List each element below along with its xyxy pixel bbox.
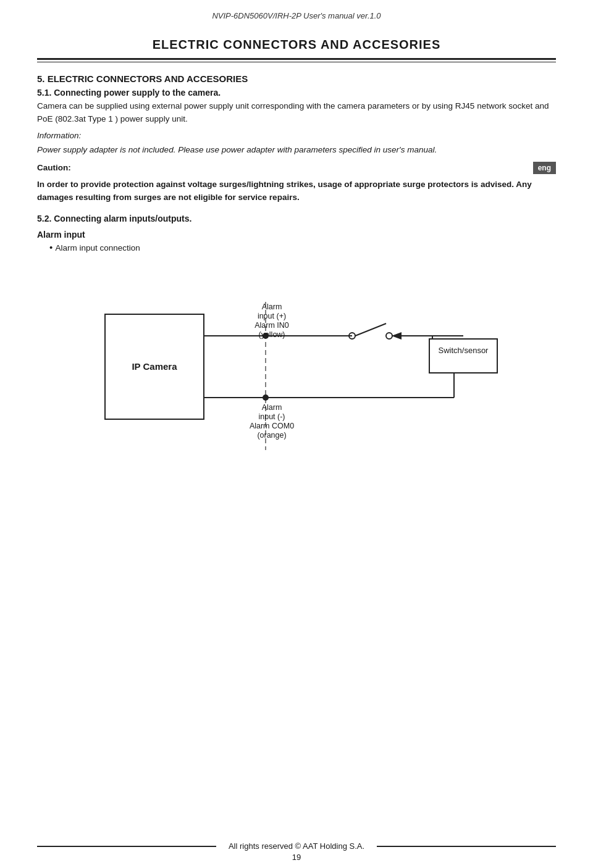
caution-body: In order to provide protection against v… [37,178,556,204]
footer-line-right [377,846,556,847]
caution-label: Caution: [37,162,556,175]
svg-rect-15 [429,339,497,373]
alarm-connection-diagram: IP Camera [37,265,556,475]
svg-text:Alarm COM0: Alarm COM0 [250,422,294,430]
svg-text:(orange): (orange) [257,431,286,440]
page-header: NVIP-6DN5060V/IRH-2P User's manual ver.1… [37,0,556,27]
eng-badge: eng [533,162,556,174]
info-label: Information: [37,130,556,143]
page-number: 19 [292,853,301,862]
footer-text: All rights reserved © AAT Holding S.A. [229,841,364,851]
svg-text:Alarm: Alarm [262,303,282,311]
ip-camera-label: IP Camera [132,361,177,372]
footer: All rights reserved © AAT Holding S.A. [37,841,556,851]
svg-point-9 [386,333,392,339]
thin-divider [37,62,556,62]
alarm-input-list: Alarm input connection [37,242,556,252]
caution-block: eng Caution: In order to provide protect… [37,162,556,204]
page-title: ELECTRIC CONNECTORS AND ACCESORIES [37,38,556,52]
footer-line-left [37,846,216,847]
svg-line-10 [355,323,386,336]
svg-text:input (+): input (+) [258,312,286,320]
section5-heading: 5. ELECTRIC CONNECTORS AND ACCESORIES [37,73,556,84]
info-body: Power supply adapter is not included. Pl… [37,144,556,157]
svg-text:Alarm: Alarm [262,403,282,412]
svg-point-7 [263,394,269,401]
alarm-input-connection-item: Alarm input connection [49,242,556,252]
section51-body1: Camera can be supplied using external po… [37,100,556,126]
header-title: NVIP-6DN5060V/IRH-2P User's manual ver.1… [212,11,381,20]
section51-heading: 5.1. Connecting power supply to the came… [37,88,556,98]
thick-divider [37,58,556,60]
section52-heading: 5.2. Connecting alarm inputs/outputs. [37,214,556,223]
svg-text:(yellow): (yellow) [258,330,285,339]
svg-text:input (-): input (-) [258,412,285,421]
svg-text:Switch/sensor: Switch/sensor [439,346,489,355]
alarm-input-label: Alarm input [37,230,556,240]
svg-text:Alarm IN0: Alarm IN0 [254,321,289,330]
